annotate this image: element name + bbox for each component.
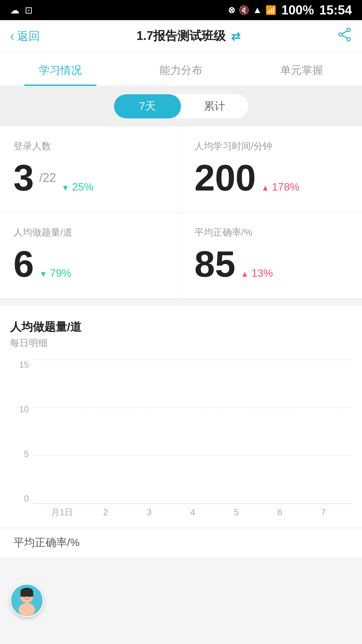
stat-accuracy-pct: 13% bbox=[251, 267, 273, 279]
stat-login-value-row: 3 /22 25% bbox=[13, 159, 167, 196]
svg-point-1 bbox=[347, 38, 350, 41]
stat-questions-change: 79% bbox=[39, 267, 71, 279]
stat-study-pct: 178% bbox=[272, 181, 299, 193]
stat-login-pct: 25% bbox=[72, 181, 94, 193]
svg-point-2 bbox=[339, 33, 342, 36]
avatar[interactable] bbox=[10, 584, 44, 617]
stat-study-label: 人均学习时间/分钟 bbox=[194, 140, 349, 153]
chart-container: 15 10 5 0 bbox=[10, 360, 352, 521]
svg-point-0 bbox=[347, 28, 350, 32]
chart-bars bbox=[34, 360, 352, 504]
wifi-icon: ▲ bbox=[253, 5, 262, 15]
chart-plot bbox=[34, 360, 352, 504]
x-label-3: 3 bbox=[127, 507, 171, 518]
volume-mute-icon: 🔇 bbox=[239, 5, 249, 15]
y-label-5: 5 bbox=[24, 449, 29, 459]
title-text: 1.7报告测试班级 bbox=[136, 28, 226, 44]
stat-questions-value-row: 6 79% bbox=[13, 246, 167, 282]
chart-title: 人均做题量/道 bbox=[10, 319, 352, 335]
x-label-2: 2 bbox=[84, 507, 127, 518]
back-button[interactable]: ‹ 返回 bbox=[10, 29, 40, 44]
chart-subtitle: 每日明细 bbox=[10, 337, 352, 350]
signal-icon: 📶 bbox=[265, 5, 276, 15]
x-label-7: 7 bbox=[302, 507, 345, 518]
tab-unit[interactable]: 单元掌握 bbox=[241, 52, 362, 86]
tab-learning[interactable]: 学习情况 bbox=[0, 52, 121, 86]
chevron-left-icon: ‹ bbox=[10, 30, 14, 43]
back-label: 返回 bbox=[17, 29, 40, 44]
stat-study-time: 人均学习时间/分钟 200 178% bbox=[181, 126, 362, 213]
arrow-up-icon bbox=[261, 181, 269, 193]
stat-login-sub: /22 bbox=[39, 171, 56, 185]
y-label-10: 10 bbox=[19, 404, 29, 415]
tabs: 学习情况 能力分布 单元掌握 bbox=[0, 52, 362, 86]
stats-grid: 登录人数 3 /22 25% 人均学习时间/分钟 200 178% 人均做题量/… bbox=[0, 126, 362, 299]
stat-questions-main: 6 bbox=[13, 246, 34, 282]
chart-x-labels: 月1日 2 3 4 5 6 7 bbox=[34, 504, 352, 521]
svg-point-11 bbox=[28, 595, 30, 597]
x-label-5: 5 bbox=[215, 507, 258, 518]
arrow-down-icon-2 bbox=[39, 267, 47, 279]
tab-learning-label: 学习情况 bbox=[39, 64, 82, 76]
arrow-up-icon-2 bbox=[241, 267, 249, 279]
x-label-4: 4 bbox=[171, 507, 215, 518]
status-bar: ☁ ⊡ ⊗ 🔇 ▲ 📶 100% 15:54 bbox=[0, 0, 362, 20]
y-label-15: 15 bbox=[19, 360, 29, 370]
svg-line-4 bbox=[342, 35, 347, 38]
chart-y-axis: 15 10 5 0 bbox=[10, 360, 34, 504]
x-label-6: 6 bbox=[258, 507, 302, 518]
stat-questions: 人均做题量/道 6 79% bbox=[0, 213, 181, 299]
header: ‹ 返回 1.7报告测试班级 ⇄ bbox=[0, 20, 362, 52]
toggle-cumulative[interactable]: 累计 bbox=[181, 94, 248, 118]
header-title: 1.7报告测试班级 ⇄ bbox=[136, 28, 240, 44]
signal-icons: ⊗ 🔇 ▲ 📶 bbox=[228, 5, 276, 15]
stat-questions-pct: 79% bbox=[50, 267, 71, 279]
stat-accuracy: 平均正确率/% 85 13% bbox=[181, 213, 362, 299]
stat-login-label: 登录人数 bbox=[13, 140, 167, 153]
stat-questions-label: 人均做题量/道 bbox=[13, 226, 167, 239]
bottom-section-label: 平均正确率/% bbox=[0, 529, 362, 557]
share-button[interactable] bbox=[337, 27, 352, 45]
stat-study-main: 200 bbox=[194, 159, 256, 196]
bluetooth-mute-icon: ⊗ bbox=[228, 5, 235, 15]
tab-ability-label: 能力分布 bbox=[160, 64, 202, 76]
stat-accuracy-change: 13% bbox=[241, 267, 273, 279]
y-label-0: 0 bbox=[24, 493, 29, 504]
svg-point-12 bbox=[22, 597, 25, 599]
stat-accuracy-label: 平均正确率/% bbox=[194, 226, 349, 239]
shuffle-icon[interactable]: ⇄ bbox=[231, 30, 240, 43]
svg-rect-8 bbox=[20, 592, 33, 597]
stat-login-change: 25% bbox=[61, 181, 94, 193]
arrow-down-icon bbox=[61, 181, 69, 193]
toggle-7days[interactable]: 7天 bbox=[114, 94, 181, 118]
svg-point-9 bbox=[19, 603, 35, 616]
period-toggle: 7天 累计 bbox=[114, 94, 248, 118]
tab-unit-label: 单元掌握 bbox=[280, 64, 323, 76]
stat-study-value-row: 200 178% bbox=[194, 159, 349, 196]
svg-point-13 bbox=[29, 597, 32, 599]
battery-label: 100% bbox=[282, 3, 314, 17]
avatar-svg bbox=[11, 585, 43, 616]
stat-accuracy-value-row: 85 13% bbox=[194, 246, 349, 282]
chart-section: 人均做题量/道 每日明细 15 10 5 0 bbox=[0, 306, 362, 527]
stat-login-count: 登录人数 3 /22 25% bbox=[0, 126, 181, 213]
x-label-1: 月1日 bbox=[40, 506, 84, 518]
svg-line-3 bbox=[342, 31, 347, 34]
stat-study-change: 178% bbox=[261, 181, 300, 193]
status-right-info: ⊗ 🔇 ▲ 📶 100% 15:54 bbox=[228, 3, 352, 17]
status-left-icons: ☁ ⊡ bbox=[10, 5, 33, 16]
svg-point-10 bbox=[24, 595, 26, 597]
stat-login-main: 3 bbox=[13, 159, 34, 196]
share-icon bbox=[337, 27, 352, 42]
stat-accuracy-main: 85 bbox=[194, 246, 235, 282]
time-label: 15:54 bbox=[319, 3, 352, 17]
toggle-section: 7天 累计 bbox=[0, 86, 362, 126]
toggle-cumulative-label: 累计 bbox=[204, 99, 225, 114]
toggle-7days-label: 7天 bbox=[139, 99, 156, 114]
cloud-icon: ☁ bbox=[10, 5, 19, 16]
image-icon: ⊡ bbox=[25, 5, 33, 16]
tab-ability[interactable]: 能力分布 bbox=[121, 52, 241, 86]
